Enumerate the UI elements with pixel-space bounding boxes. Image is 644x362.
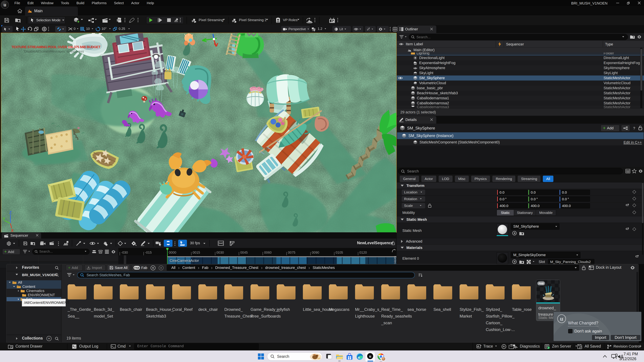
svg-text:'DisableAllScreenMessages' to: 'DisableAllScreenMessages' to suppress bbox=[24, 50, 84, 53]
svg-text:X: X bbox=[11, 228, 14, 232]
svg-text:Y: Y bbox=[2, 216, 5, 221]
svg-text:TEXTURE STREAMING POOL OVER 10: TEXTURE STREAMING POOL OVER 106.375 MiB … bbox=[12, 45, 100, 49]
svg-text:Z: Z bbox=[9, 210, 12, 215]
